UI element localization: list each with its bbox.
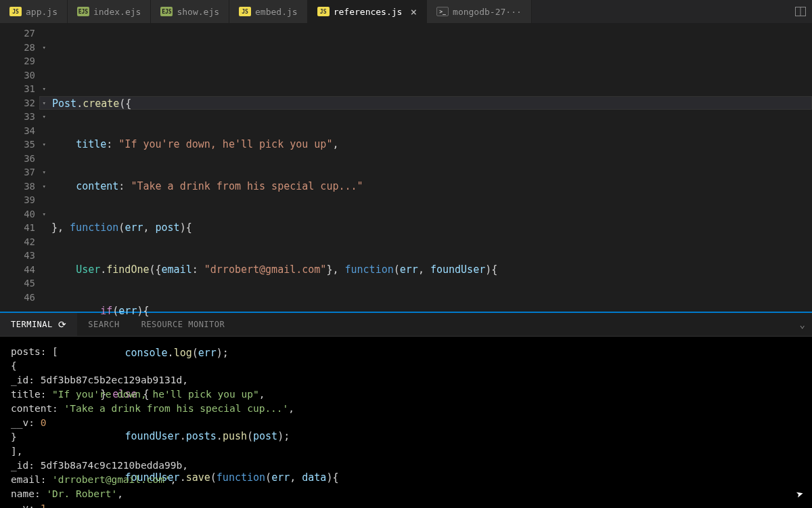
code-line: User.findOne({email: "drrobert@gmail.com… — [51, 263, 812, 277]
line-gutter: 27 28▾ 29 30 31▾ 32▾ 33▾ 34 35▾ 36 37▾ 3… — [0, 24, 39, 312]
panel-tab-label: TERMINAL — [11, 320, 53, 329]
tab-mongodb[interactable]: >_ mongodb-27··· — [427, 0, 532, 23]
js-file-icon: JS — [317, 7, 330, 16]
fold-icon[interactable]: ▾ — [43, 179, 46, 194]
panel-spacer — [235, 313, 792, 336]
code-area[interactable]: Post.create({ title: "If you're down, he… — [39, 24, 812, 312]
code-line: title: "If you're down, he'll pick you u… — [51, 137, 812, 152]
tab-label: app.js — [26, 7, 58, 17]
fold-icon[interactable]: ▾ — [43, 165, 46, 179]
panel-tab-terminal[interactable]: TERMINAL ⟳ — [0, 313, 77, 336]
fold-icon[interactable]: ▾ — [43, 207, 46, 221]
panel-tab-label: RESOURCE MONITOR — [141, 320, 225, 329]
ejs-file-icon: EJS — [160, 7, 173, 16]
js-file-icon: JS — [239, 7, 251, 16]
refresh-icon[interactable]: ⟳ — [58, 319, 67, 330]
code-line-active: Post.create({ — [39, 96, 812, 110]
tab-references-js[interactable]: JS references.js × — [308, 0, 427, 23]
code-editor[interactable]: 27 28▾ 29 30 31▾ 32▾ 33▾ 34 35▾ 36 37▾ 3… — [0, 24, 812, 312]
code-line: content: "Take a drink from his special … — [51, 179, 812, 194]
tab-label: show.ejs — [177, 7, 219, 17]
panel-tab-label: SEARCH — [88, 320, 119, 329]
tab-show-ejs[interactable]: EJS show.ejs — [151, 0, 229, 23]
code-line — [51, 54, 812, 68]
tab-embed-js[interactable]: JS embed.js — [229, 0, 308, 23]
ejs-file-icon: EJS — [77, 7, 89, 16]
split-editor-icon[interactable] — [788, 0, 812, 23]
tab-label: embed.js — [255, 7, 298, 17]
fold-icon[interactable]: ▾ — [43, 137, 46, 152]
code-line: console.log(err); — [51, 346, 812, 360]
shell-icon: >_ — [436, 7, 449, 16]
editor-tabs: JS app.js EJS index.ejs EJS show.ejs JS … — [0, 0, 812, 24]
panel-tabs: TERMINAL ⟳ SEARCH RESOURCE MONITOR ⌄ — [0, 313, 812, 337]
tab-app-js[interactable]: JS app.js — [0, 0, 68, 23]
code-line: }, function(err, post){ — [51, 221, 812, 235]
panel-tab-resource-monitor[interactable]: RESOURCE MONITOR — [131, 313, 236, 336]
fold-icon[interactable]: ▾ — [43, 96, 46, 110]
code-line: foundUser.posts.push(post); — [51, 429, 812, 444]
close-icon[interactable]: × — [410, 5, 417, 18]
tab-spacer — [532, 0, 788, 23]
panel-chevron-icon[interactable]: ⌄ — [793, 313, 812, 336]
fold-icon[interactable]: ▾ — [43, 41, 46, 55]
tab-label: references.js — [334, 7, 403, 17]
tab-label: index.ejs — [93, 7, 141, 17]
tab-label: mongodb-27··· — [453, 7, 522, 17]
js-file-icon: JS — [9, 7, 22, 16]
fold-icon[interactable]: ▾ — [43, 110, 46, 124]
panel-tab-search[interactable]: SEARCH — [77, 313, 130, 336]
fold-icon[interactable]: ▾ — [43, 82, 46, 96]
tab-index-ejs[interactable]: EJS index.ejs — [68, 0, 151, 23]
